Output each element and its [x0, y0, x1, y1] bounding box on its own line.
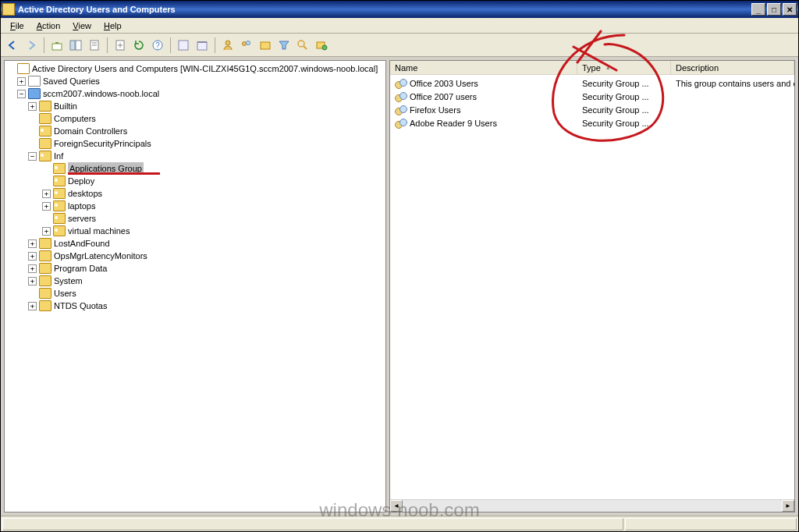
cell-type: Security Group ...: [577, 92, 671, 101]
new-user-icon[interactable]: [219, 37, 236, 54]
scroll-left-icon[interactable]: ◄: [390, 500, 403, 512]
show-hide-tree-icon[interactable]: [67, 37, 84, 54]
menubar: File Action View Help: [1, 18, 798, 34]
back-icon[interactable]: [4, 37, 21, 54]
content-area: Active Directory Users and Computers [WI…: [1, 57, 798, 516]
add-icon[interactable]: [313, 37, 330, 54]
scroll-right-icon[interactable]: ►: [782, 500, 794, 512]
help-icon[interactable]: ?: [149, 37, 166, 54]
tree-ntds-quotas[interactable]: + NTDS Quotas: [6, 300, 384, 312]
delete-icon[interactable]: [194, 37, 211, 54]
new-group-icon[interactable]: [238, 37, 255, 54]
svg-rect-1: [70, 41, 75, 50]
collapse-icon[interactable]: −: [28, 152, 37, 161]
expand-icon[interactable]: +: [28, 264, 37, 273]
folder-icon: [39, 250, 51, 261]
tree-pane[interactable]: Active Directory Users and Computers [WI…: [4, 60, 386, 512]
folder-icon: [39, 101, 51, 112]
expand-icon[interactable]: +: [42, 202, 51, 211]
cell-type: Security Group ...: [577, 79, 671, 88]
folder-icon: [39, 138, 51, 149]
folder-icon: [28, 76, 41, 87]
svg-rect-10: [197, 42, 207, 50]
expand-icon[interactable]: +: [28, 252, 37, 261]
tree-program-data[interactable]: + Program Data: [6, 262, 384, 275]
toolbar: ?: [1, 34, 798, 57]
find-icon[interactable]: [294, 37, 311, 54]
ou-icon: [53, 188, 66, 199]
menu-help[interactable]: Help: [98, 20, 128, 32]
new-ou-icon[interactable]: [257, 37, 274, 54]
expand-icon[interactable]: +: [28, 102, 37, 111]
column-header-name[interactable]: Name: [390, 61, 577, 74]
domain-icon: [28, 88, 41, 99]
ou-icon: [53, 225, 66, 236]
collapse-icon[interactable]: −: [17, 90, 26, 98]
tree-fsp[interactable]: ForeignSecurityPrincipals: [6, 137, 384, 150]
horizontal-scrollbar[interactable]: ◄ ►: [390, 499, 794, 512]
tree-laptops[interactable]: + laptops: [6, 200, 384, 212]
cell-description: This group contains users and computers …: [671, 79, 794, 88]
list-row[interactable]: Office 2007 usersSecurity Group ...: [390, 90, 794, 103]
cut-icon[interactable]: [175, 37, 192, 54]
tree-lostandfound[interactable]: + LostAndFound: [6, 237, 384, 250]
tree-opsmgr[interactable]: + OpsMgrLatencyMonitors: [6, 250, 384, 262]
close-button[interactable]: ✕: [783, 3, 797, 16]
expand-icon[interactable]: +: [42, 227, 51, 236]
svg-rect-15: [261, 42, 270, 49]
tree-desktops[interactable]: + desktops: [6, 187, 384, 200]
status-cell: [625, 518, 797, 530]
tree-system[interactable]: + System: [6, 275, 384, 287]
tree-saved-queries[interactable]: + Saved Queries: [6, 75, 384, 87]
folder-icon: [39, 300, 51, 311]
tree-virtual-machines[interactable]: + virtual machines: [6, 225, 384, 237]
tree-users[interactable]: Users: [6, 287, 384, 300]
menu-action[interactable]: Action: [30, 20, 67, 32]
menu-file[interactable]: File: [4, 20, 30, 32]
refresh-icon[interactable]: [130, 37, 147, 54]
app-icon: [2, 3, 15, 16]
list-body: Office 2003 UsersSecurity Group ...This …: [390, 75, 794, 499]
up-icon[interactable]: [48, 37, 66, 54]
export-icon[interactable]: [112, 37, 129, 54]
tree-deploy[interactable]: Deploy: [6, 175, 384, 187]
tree-builtin[interactable]: + Builtin: [6, 100, 384, 112]
tree-label-selected: Applications Group: [68, 162, 144, 175]
filter-icon[interactable]: [275, 37, 293, 54]
ou-icon: [53, 213, 66, 224]
expand-icon[interactable]: +: [28, 239, 37, 248]
expand-icon[interactable]: +: [42, 190, 51, 198]
menu-view[interactable]: View: [66, 20, 98, 32]
svg-rect-9: [179, 41, 188, 50]
tree-domain[interactable]: − sccm2007.windows-noob.local: [6, 87, 384, 100]
folder-icon: [39, 263, 51, 274]
forward-icon[interactable]: [23, 37, 40, 54]
ou-icon: [39, 151, 51, 161]
tree-inf[interactable]: − Inf: [6, 150, 384, 162]
window-title: Active Directory Users and Computers: [18, 5, 176, 14]
expand-icon[interactable]: +: [28, 302, 37, 310]
maximize-button[interactable]: □: [767, 3, 781, 16]
list-row[interactable]: Adobe Reader 9 UsersSecurity Group ...: [390, 116, 794, 129]
folder-icon: [39, 113, 51, 124]
tree-computers[interactable]: Computers: [6, 112, 384, 125]
tree-domain-controllers[interactable]: Domain Controllers: [6, 125, 384, 137]
tree-root[interactable]: Active Directory Users and Computers [WI…: [6, 62, 384, 75]
list-row[interactable]: Firefox UsersSecurity Group ...: [390, 103, 794, 116]
cell-name: Adobe Reader 9 Users: [390, 118, 577, 129]
list-header: Name Type Description: [390, 61, 794, 75]
cell-type: Security Group ...: [577, 105, 671, 115]
list-row[interactable]: Office 2003 UsersSecurity Group ...This …: [390, 76, 794, 90]
expand-icon[interactable]: +: [28, 277, 37, 286]
minimize-button[interactable]: _: [751, 3, 765, 16]
column-header-description[interactable]: Description: [671, 61, 794, 74]
column-header-type[interactable]: Type: [577, 61, 671, 74]
root-icon: [17, 63, 30, 74]
folder-icon: [39, 275, 51, 286]
tree-applications-group[interactable]: Applications Group: [6, 162, 384, 175]
tree-servers[interactable]: servers: [6, 212, 384, 225]
expand-icon[interactable]: +: [17, 77, 26, 86]
cell-name: Office 2003 Users: [390, 78, 577, 89]
properties-icon[interactable]: [86, 37, 103, 54]
list-pane[interactable]: Name Type Description Office 2003 UsersS…: [389, 60, 795, 512]
